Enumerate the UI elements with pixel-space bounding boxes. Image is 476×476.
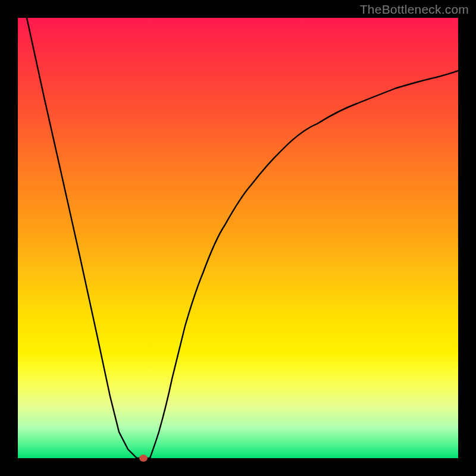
curve-right-branch: [150, 71, 458, 458]
minimum-marker: [139, 455, 148, 462]
plot-area: [18, 18, 458, 458]
curve-svg: [18, 18, 458, 458]
watermark-text: TheBottleneck.com: [360, 2, 469, 17]
curve-left-branch: [27, 18, 137, 458]
chart-frame: TheBottleneck.com: [0, 0, 476, 476]
